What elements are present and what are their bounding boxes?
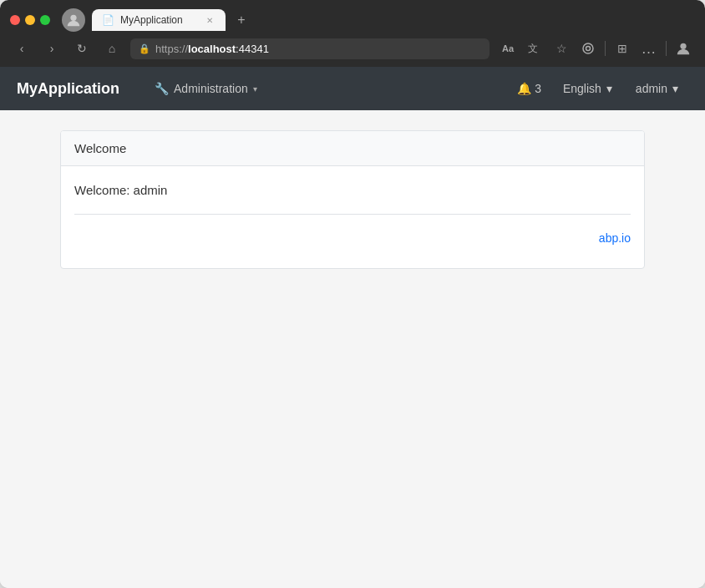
tab-close-button[interactable]: ✕ [204,14,216,26]
bell-icon: 🔔 [517,82,531,95]
toolbar-divider [605,41,606,56]
card-footer-link: abp.io [74,228,631,251]
app-area: MyApplication 🔧 Administration ▾ 🔔 3 Eng… [0,67,705,588]
more-button[interactable]: … [637,37,661,60]
svg-point-4 [680,43,686,49]
forward-button[interactable]: › [40,37,63,60]
tab-title: MyApplication [120,14,183,26]
svg-point-3 [586,47,591,51]
lock-icon: 🔒 [139,43,150,54]
administration-label: Administration [174,82,248,95]
abp-link[interactable]: abp.io [599,231,631,245]
profile-button[interactable] [672,37,695,60]
main-content: Welcome Welcome: admin abp.io [0,110,705,588]
tab-bar: 📄 MyApplication ✕ + [92,9,695,31]
url-host: localhost [188,43,236,55]
read-mode-button[interactable]: Aa [496,37,520,60]
app-navbar: MyApplication 🔧 Administration ▾ 🔔 3 Eng… [0,67,705,110]
maximize-window-button[interactable] [40,15,50,25]
notification-count: 3 [535,82,541,95]
administration-caret: ▾ [253,84,257,94]
svg-text:文: 文 [528,43,538,54]
title-bar: 📄 MyApplication ✕ + [0,0,705,32]
app-brand[interactable]: MyApplication [17,80,119,98]
user-caret: ▾ [672,82,678,95]
url-protocol: https:// [155,43,188,55]
back-button[interactable]: ‹ [10,37,33,60]
collections-button[interactable]: ⊞ [611,37,634,60]
title-bar-top: 📄 MyApplication ✕ + [10,8,695,32]
svg-point-0 [70,15,76,21]
extensions-button[interactable] [576,37,600,60]
minimize-window-button[interactable] [25,15,35,25]
language-button[interactable]: English ▾ [553,77,622,100]
toolbar-right: Aa 文 ☆ ⊞ … [496,37,695,60]
url-port: :44341 [236,43,269,55]
user-label: admin [636,82,667,95]
favorites-button[interactable]: ☆ [550,37,573,60]
home-button[interactable]: ⌂ [100,37,124,60]
user-menu-button[interactable]: admin ▾ [626,77,688,100]
new-tab-button[interactable]: + [231,9,252,31]
card-body: Welcome: admin abp.io [61,166,644,268]
tab-favicon-icon: 📄 [102,14,114,26]
nav-links: 🔧 Administration ▾ [145,77,509,100]
reload-button[interactable]: ↻ [70,37,94,60]
address-bar: ‹ › ↻ ⌂ 🔒 https://localhost:44341 Aa 文 ☆ [0,32,705,67]
administration-menu[interactable]: 🔧 Administration ▾ [145,77,267,100]
close-window-button[interactable] [10,15,20,25]
address-text: https://localhost:44341 [155,43,481,55]
welcome-message: Welcome: admin [74,183,631,197]
language-caret: ▾ [606,82,612,95]
welcome-card: Welcome Welcome: admin abp.io [60,130,645,269]
nav-right: 🔔 3 English ▾ admin ▾ [509,77,688,100]
svg-point-2 [583,43,593,53]
translate-button[interactable]: 文 [523,37,546,60]
browser-window: 📄 MyApplication ✕ + ‹ › ↻ ⌂ 🔒 https://lo… [0,0,705,588]
language-label: English [563,82,601,95]
browser-profile-icon[interactable] [62,8,85,32]
active-tab[interactable]: 📄 MyApplication ✕ [92,9,226,31]
toolbar-divider-2 [666,41,667,56]
card-header: Welcome [61,131,644,166]
address-input[interactable]: 🔒 https://localhost:44341 [130,38,489,59]
administration-icon: 🔧 [155,82,169,95]
card-divider [74,214,631,215]
notification-button[interactable]: 🔔 3 [509,77,550,100]
traffic-lights [10,15,50,25]
